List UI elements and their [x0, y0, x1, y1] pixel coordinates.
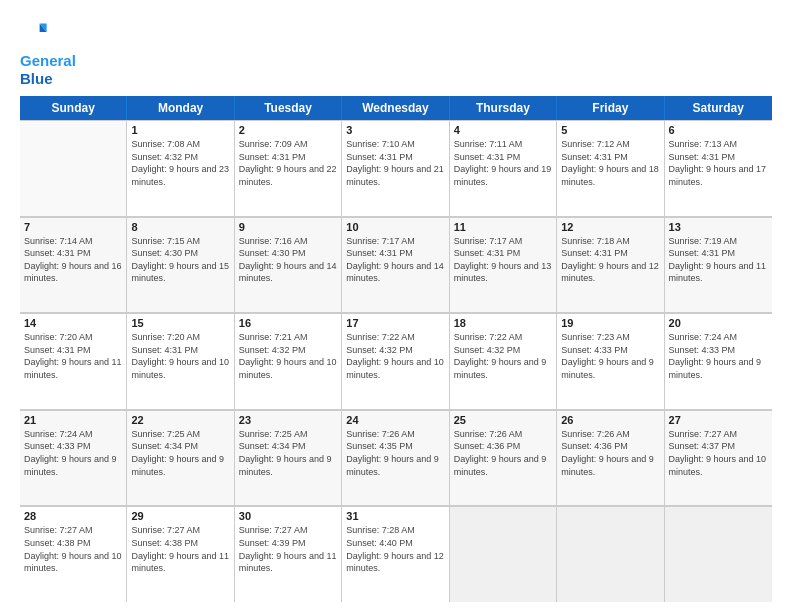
day-number: 10 — [346, 221, 444, 233]
calendar-cell: 19Sunrise: 7:23 AMSunset: 4:33 PMDayligh… — [557, 313, 664, 409]
day-info: Sunrise: 7:22 AMSunset: 4:32 PMDaylight:… — [346, 331, 444, 381]
calendar-week-0: 1Sunrise: 7:08 AMSunset: 4:32 PMDaylight… — [20, 120, 772, 217]
day-number: 27 — [669, 414, 768, 426]
logo-text: GeneralBlue — [20, 52, 76, 88]
calendar-cell: 4Sunrise: 7:11 AMSunset: 4:31 PMDaylight… — [450, 120, 557, 216]
day-info: Sunrise: 7:12 AMSunset: 4:31 PMDaylight:… — [561, 138, 659, 188]
calendar-week-1: 7Sunrise: 7:14 AMSunset: 4:31 PMDaylight… — [20, 217, 772, 314]
day-info: Sunrise: 7:08 AMSunset: 4:32 PMDaylight:… — [131, 138, 229, 188]
calendar-cell: 2Sunrise: 7:09 AMSunset: 4:31 PMDaylight… — [235, 120, 342, 216]
day-info: Sunrise: 7:21 AMSunset: 4:32 PMDaylight:… — [239, 331, 337, 381]
day-number: 19 — [561, 317, 659, 329]
day-number: 6 — [669, 124, 768, 136]
day-number: 20 — [669, 317, 768, 329]
calendar-cell: 12Sunrise: 7:18 AMSunset: 4:31 PMDayligh… — [557, 217, 664, 313]
calendar-cell: 8Sunrise: 7:15 AMSunset: 4:30 PMDaylight… — [127, 217, 234, 313]
calendar-cell: 29Sunrise: 7:27 AMSunset: 4:38 PMDayligh… — [127, 506, 234, 602]
day-info: Sunrise: 7:20 AMSunset: 4:31 PMDaylight:… — [131, 331, 229, 381]
calendar-cell: 7Sunrise: 7:14 AMSunset: 4:31 PMDaylight… — [20, 217, 127, 313]
day-number: 30 — [239, 510, 337, 522]
day-info: Sunrise: 7:15 AMSunset: 4:30 PMDaylight:… — [131, 235, 229, 285]
calendar-cell — [557, 506, 664, 602]
day-number: 14 — [24, 317, 122, 329]
calendar-cell: 10Sunrise: 7:17 AMSunset: 4:31 PMDayligh… — [342, 217, 449, 313]
day-info: Sunrise: 7:24 AMSunset: 4:33 PMDaylight:… — [669, 331, 768, 381]
day-info: Sunrise: 7:19 AMSunset: 4:31 PMDaylight:… — [669, 235, 768, 285]
day-info: Sunrise: 7:27 AMSunset: 4:37 PMDaylight:… — [669, 428, 768, 478]
calendar-cell: 20Sunrise: 7:24 AMSunset: 4:33 PMDayligh… — [665, 313, 772, 409]
day-number: 29 — [131, 510, 229, 522]
day-info: Sunrise: 7:18 AMSunset: 4:31 PMDaylight:… — [561, 235, 659, 285]
day-info: Sunrise: 7:17 AMSunset: 4:31 PMDaylight:… — [454, 235, 552, 285]
calendar-cell: 16Sunrise: 7:21 AMSunset: 4:32 PMDayligh… — [235, 313, 342, 409]
day-number: 23 — [239, 414, 337, 426]
day-info: Sunrise: 7:26 AMSunset: 4:35 PMDaylight:… — [346, 428, 444, 478]
header-day-thursday: Thursday — [450, 96, 557, 120]
calendar-body: 1Sunrise: 7:08 AMSunset: 4:32 PMDaylight… — [20, 120, 772, 602]
calendar-cell: 6Sunrise: 7:13 AMSunset: 4:31 PMDaylight… — [665, 120, 772, 216]
day-number: 28 — [24, 510, 122, 522]
day-info: Sunrise: 7:27 AMSunset: 4:38 PMDaylight:… — [24, 524, 122, 574]
calendar-cell: 26Sunrise: 7:26 AMSunset: 4:36 PMDayligh… — [557, 410, 664, 506]
logo-icon — [20, 18, 48, 46]
calendar-cell: 27Sunrise: 7:27 AMSunset: 4:37 PMDayligh… — [665, 410, 772, 506]
day-info: Sunrise: 7:20 AMSunset: 4:31 PMDaylight:… — [24, 331, 122, 381]
calendar-week-2: 14Sunrise: 7:20 AMSunset: 4:31 PMDayligh… — [20, 313, 772, 410]
header-day-sunday: Sunday — [20, 96, 127, 120]
day-number: 25 — [454, 414, 552, 426]
calendar-cell: 28Sunrise: 7:27 AMSunset: 4:38 PMDayligh… — [20, 506, 127, 602]
day-number: 3 — [346, 124, 444, 136]
day-info: Sunrise: 7:27 AMSunset: 4:39 PMDaylight:… — [239, 524, 337, 574]
calendar-cell: 24Sunrise: 7:26 AMSunset: 4:35 PMDayligh… — [342, 410, 449, 506]
header-day-tuesday: Tuesday — [235, 96, 342, 120]
day-number: 26 — [561, 414, 659, 426]
header-day-wednesday: Wednesday — [342, 96, 449, 120]
calendar-cell — [450, 506, 557, 602]
day-info: Sunrise: 7:23 AMSunset: 4:33 PMDaylight:… — [561, 331, 659, 381]
calendar-cell: 18Sunrise: 7:22 AMSunset: 4:32 PMDayligh… — [450, 313, 557, 409]
calendar-week-4: 28Sunrise: 7:27 AMSunset: 4:38 PMDayligh… — [20, 506, 772, 602]
day-number: 21 — [24, 414, 122, 426]
calendar-cell: 3Sunrise: 7:10 AMSunset: 4:31 PMDaylight… — [342, 120, 449, 216]
calendar-cell: 25Sunrise: 7:26 AMSunset: 4:36 PMDayligh… — [450, 410, 557, 506]
day-number: 16 — [239, 317, 337, 329]
day-number: 5 — [561, 124, 659, 136]
day-info: Sunrise: 7:27 AMSunset: 4:38 PMDaylight:… — [131, 524, 229, 574]
day-number: 8 — [131, 221, 229, 233]
calendar-cell: 30Sunrise: 7:27 AMSunset: 4:39 PMDayligh… — [235, 506, 342, 602]
day-info: Sunrise: 7:22 AMSunset: 4:32 PMDaylight:… — [454, 331, 552, 381]
header-day-friday: Friday — [557, 96, 664, 120]
day-info: Sunrise: 7:26 AMSunset: 4:36 PMDaylight:… — [561, 428, 659, 478]
day-number: 12 — [561, 221, 659, 233]
day-number: 17 — [346, 317, 444, 329]
day-info: Sunrise: 7:09 AMSunset: 4:31 PMDaylight:… — [239, 138, 337, 188]
day-info: Sunrise: 7:26 AMSunset: 4:36 PMDaylight:… — [454, 428, 552, 478]
day-number: 4 — [454, 124, 552, 136]
day-info: Sunrise: 7:11 AMSunset: 4:31 PMDaylight:… — [454, 138, 552, 188]
calendar-cell: 14Sunrise: 7:20 AMSunset: 4:31 PMDayligh… — [20, 313, 127, 409]
header: GeneralBlue — [20, 18, 772, 88]
day-number: 22 — [131, 414, 229, 426]
calendar-cell — [20, 120, 127, 216]
calendar-cell: 1Sunrise: 7:08 AMSunset: 4:32 PMDaylight… — [127, 120, 234, 216]
day-info: Sunrise: 7:24 AMSunset: 4:33 PMDaylight:… — [24, 428, 122, 478]
calendar-cell — [665, 506, 772, 602]
day-info: Sunrise: 7:16 AMSunset: 4:30 PMDaylight:… — [239, 235, 337, 285]
calendar-header: SundayMondayTuesdayWednesdayThursdayFrid… — [20, 96, 772, 120]
day-number: 11 — [454, 221, 552, 233]
day-number: 9 — [239, 221, 337, 233]
calendar-cell: 21Sunrise: 7:24 AMSunset: 4:33 PMDayligh… — [20, 410, 127, 506]
day-info: Sunrise: 7:25 AMSunset: 4:34 PMDaylight:… — [131, 428, 229, 478]
logo: GeneralBlue — [20, 18, 76, 88]
day-number: 13 — [669, 221, 768, 233]
page: GeneralBlue SundayMondayTuesdayWednesday… — [0, 0, 792, 612]
calendar-cell: 22Sunrise: 7:25 AMSunset: 4:34 PMDayligh… — [127, 410, 234, 506]
calendar-week-3: 21Sunrise: 7:24 AMSunset: 4:33 PMDayligh… — [20, 410, 772, 507]
day-number: 24 — [346, 414, 444, 426]
day-info: Sunrise: 7:17 AMSunset: 4:31 PMDaylight:… — [346, 235, 444, 285]
header-day-monday: Monday — [127, 96, 234, 120]
calendar-cell: 15Sunrise: 7:20 AMSunset: 4:31 PMDayligh… — [127, 313, 234, 409]
calendar-cell: 13Sunrise: 7:19 AMSunset: 4:31 PMDayligh… — [665, 217, 772, 313]
day-info: Sunrise: 7:14 AMSunset: 4:31 PMDaylight:… — [24, 235, 122, 285]
day-info: Sunrise: 7:10 AMSunset: 4:31 PMDaylight:… — [346, 138, 444, 188]
